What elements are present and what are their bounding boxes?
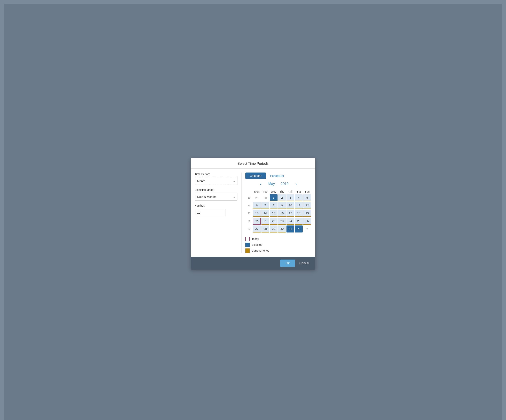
calendar-day-cell[interactable]: 25 [295, 218, 303, 225]
calendar-day-cell[interactable]: 20 [253, 218, 261, 225]
legend: Today Selected Current Period [245, 237, 311, 253]
number-input[interactable] [195, 209, 226, 216]
calendar-day-cell[interactable]: 30 [261, 194, 269, 201]
calendar-day-cell[interactable]: 21 [261, 218, 269, 225]
col-mon: Mon [253, 189, 261, 194]
tab-bar: Calendar Period List [245, 173, 311, 179]
col-sun: Sun [303, 189, 311, 194]
table-cell: 31 [286, 225, 295, 233]
week-col-header [245, 189, 253, 194]
calendar-header: ‹ May 2019 › [245, 182, 311, 186]
calendar-day-cell[interactable]: 2 [303, 225, 311, 232]
calendar-day-cell[interactable]: 13 [253, 210, 261, 217]
table-cell: 14 [261, 210, 269, 217]
calendar-month: May [268, 182, 275, 186]
calendar-day-cell[interactable]: 19 [303, 210, 311, 217]
table-cell: 8 [269, 202, 278, 210]
table-cell: 21 [261, 217, 269, 225]
table-cell: 16 [278, 210, 286, 217]
right-panel: Calendar Period List ‹ May 2019 › Mon [241, 173, 311, 253]
table-cell: 22 [269, 217, 278, 225]
calendar-day-cell[interactable]: 3 [286, 194, 294, 201]
calendar-day-cell[interactable]: 8 [270, 202, 278, 209]
calendar-day-cell[interactable]: 31 [286, 225, 294, 232]
ok-button[interactable]: Ok [280, 260, 295, 267]
table-cell: 30 [261, 194, 269, 202]
week-number: 18 [245, 194, 253, 202]
week-number: 20 [245, 210, 253, 217]
prev-month-button[interactable]: ‹ [259, 182, 263, 186]
calendar-day-cell[interactable]: 7 [261, 202, 269, 209]
week-number: 19 [245, 202, 253, 210]
calendar-day-cell[interactable]: 4 [295, 194, 303, 201]
week-number: 21 [245, 217, 253, 225]
table-cell: 29 [269, 225, 278, 233]
table-cell: 30 [278, 225, 286, 233]
calendar-day-cell[interactable]: 1 [270, 194, 278, 201]
table-cell: 15 [269, 210, 278, 217]
dialog-footer: Ok Cancel [191, 257, 315, 270]
col-sat: Sat [295, 189, 303, 194]
calendar-day-cell[interactable]: 17 [286, 210, 294, 217]
calendar-day-cell[interactable]: 29 [253, 194, 261, 201]
table-cell: 5 [303, 194, 311, 202]
number-label: Number: [195, 204, 237, 207]
dialog-overlay: Select Time Periods Time Period: Month W… [4, 4, 502, 420]
calendar-day-cell[interactable]: 28 [261, 225, 269, 232]
table-cell: 3 [286, 194, 295, 202]
legend-selected-box [245, 243, 250, 247]
table-cell: 17 [286, 210, 295, 217]
col-wed: Wed [269, 189, 278, 194]
calendar-day-cell[interactable]: 27 [253, 225, 261, 232]
time-period-select-wrapper[interactable]: Month Week Day Quarter Year ⌄ [195, 177, 237, 185]
table-cell: 2 [278, 194, 286, 202]
selection-mode-select[interactable]: Next N Months Last N Months Custom [195, 193, 237, 200]
cancel-button[interactable]: Cancel [297, 260, 311, 267]
calendar-day-cell[interactable]: 30 [278, 225, 286, 232]
calendar-day-cell[interactable]: 18 [295, 210, 303, 217]
table-cell: 6 [253, 202, 261, 210]
selection-mode-select-wrapper[interactable]: Next N Months Last N Months Custom ⌄ [195, 193, 237, 201]
calendar-day-cell[interactable]: 16 [278, 210, 286, 217]
table-cell: 25 [295, 217, 303, 225]
tab-calendar[interactable]: Calendar [245, 173, 266, 179]
legend-current-period-box [245, 249, 250, 253]
calendar-day-cell[interactable]: 26 [303, 218, 311, 225]
legend-today-box [245, 237, 250, 241]
table-cell: 28 [261, 225, 269, 233]
time-period-select[interactable]: Month Week Day Quarter Year [195, 177, 237, 185]
calendar-day-cell[interactable]: 2 [278, 194, 286, 201]
calendar-day-cell[interactable]: 6 [253, 202, 261, 209]
calendar-day-cell[interactable]: 5 [303, 194, 311, 201]
next-month-button[interactable]: › [294, 182, 298, 186]
legend-today-label: Today [252, 237, 259, 240]
calendar-day-cell[interactable]: 9 [278, 202, 286, 209]
calendar-week-row: 2120212223242526 [245, 217, 311, 225]
week-number: 22 [245, 225, 253, 233]
calendar-day-cell[interactable]: 14 [261, 210, 269, 217]
calendar-header-row: Mon Tue Wed Thu Fri Sat Sun [245, 189, 311, 194]
calendar-day-cell[interactable]: 1 [295, 225, 303, 232]
calendar-year: 2019 [281, 182, 288, 186]
calendar-week-row: 2013141516171819 [245, 210, 311, 217]
table-cell: 9 [278, 202, 286, 210]
col-thu: Thu [278, 189, 286, 194]
calendar-day-cell[interactable]: 15 [270, 210, 278, 217]
table-cell: 26 [303, 217, 311, 225]
calendar-day-cell[interactable]: 12 [303, 202, 311, 209]
calendar-day-cell[interactable]: 11 [295, 202, 303, 209]
left-panel: Time Period: Month Week Day Quarter Year… [195, 173, 237, 253]
calendar-day-cell[interactable]: 22 [270, 218, 278, 225]
table-cell: 1 [295, 225, 303, 233]
table-cell: 27 [253, 225, 261, 233]
dialog-body: Time Period: Month Week Day Quarter Year… [191, 169, 315, 257]
table-cell: 4 [295, 194, 303, 202]
time-period-label: Time Period: [195, 173, 237, 176]
table-cell: 29 [253, 194, 261, 202]
calendar-day-cell[interactable]: 24 [286, 218, 294, 225]
calendar-day-cell[interactable]: 29 [270, 225, 278, 232]
calendar-grid: Mon Tue Wed Thu Fri Sat Sun 182930123451… [245, 189, 311, 233]
calendar-day-cell[interactable]: 10 [286, 202, 294, 209]
calendar-day-cell[interactable]: 23 [278, 218, 286, 225]
tab-period-list[interactable]: Period List [266, 173, 288, 179]
